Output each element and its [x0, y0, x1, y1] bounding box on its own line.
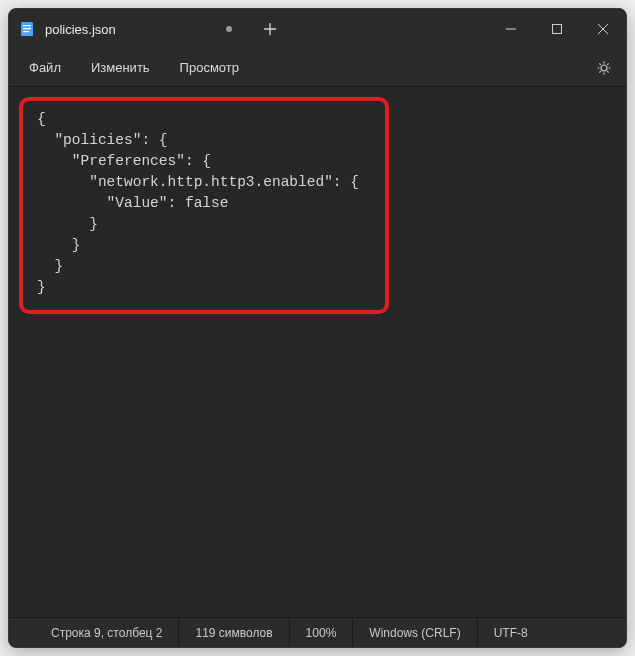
menu-view[interactable]: Просмотр — [166, 54, 253, 81]
tab-title: policies.json — [45, 22, 116, 37]
editor-content[interactable]: { "policies": { "Preferences": { "networ… — [37, 109, 371, 298]
file-tab[interactable]: policies.json — [9, 9, 250, 49]
new-tab-button[interactable] — [250, 9, 290, 49]
maximize-button[interactable] — [534, 9, 580, 49]
minimize-button[interactable] — [488, 9, 534, 49]
svg-rect-3 — [23, 31, 29, 32]
svg-rect-4 — [553, 25, 562, 34]
status-line-ending[interactable]: Windows (CRLF) — [353, 618, 477, 647]
notepad-icon — [19, 21, 35, 37]
status-chars[interactable]: 119 символов — [179, 618, 289, 647]
menu-file[interactable]: Файл — [15, 54, 75, 81]
menu-edit[interactable]: Изменить — [77, 54, 164, 81]
window-controls — [488, 9, 626, 49]
modified-indicator-icon — [226, 26, 232, 32]
highlight-annotation: { "policies": { "Preferences": { "networ… — [19, 97, 389, 314]
settings-button[interactable] — [588, 52, 620, 84]
status-position[interactable]: Строка 9, столбец 2 — [9, 618, 179, 647]
status-encoding[interactable]: UTF-8 — [478, 618, 544, 647]
menubar: Файл Изменить Просмотр — [9, 49, 626, 87]
gear-icon — [596, 60, 612, 76]
close-button[interactable] — [580, 9, 626, 49]
svg-rect-2 — [23, 28, 31, 29]
status-zoom[interactable]: 100% — [290, 618, 354, 647]
svg-rect-1 — [23, 25, 31, 26]
statusbar: Строка 9, столбец 2 119 символов 100% Wi… — [9, 617, 626, 647]
titlebar: policies.json — [9, 9, 626, 49]
editor-area[interactable]: { "policies": { "Preferences": { "networ… — [9, 87, 626, 617]
editor-window: policies.json Файл Изменить Просмотр — [8, 8, 627, 648]
